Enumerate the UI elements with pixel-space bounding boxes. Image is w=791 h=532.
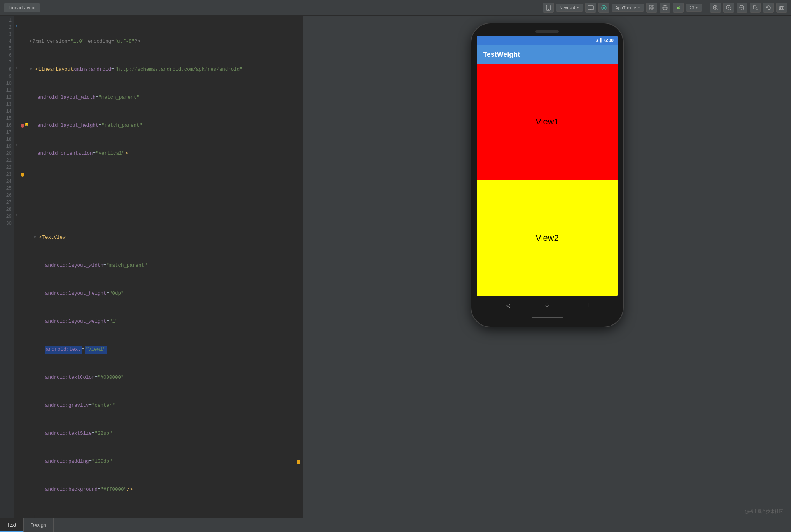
top-toolbar: LinearLayout Nexus 4 ▼ [0, 0, 791, 16]
api-selector[interactable]: 23 ▼ [686, 4, 702, 12]
code-line-12: android:text="View1" [30, 346, 300, 353]
fold-cell-17 [14, 128, 19, 135]
nav-back-btn[interactable]: ◁ [506, 301, 510, 310]
fold-column: ▾ ▾ ▾ [14, 16, 19, 518]
code-line-10: android:layout_height="0dp" [30, 290, 300, 297]
theme-selector[interactable]: AppTheme ▼ [612, 4, 644, 12]
bottom-tabs: Text Design [0, 518, 303, 532]
fold-cell-5 [14, 44, 19, 51]
tab-text[interactable]: Text [0, 518, 24, 532]
view2-label: View2 [536, 233, 559, 243]
svg-rect-6 [649, 5, 651, 7]
line-numbers: 12345 678910 1112131415 1617181920 21222… [0, 16, 14, 518]
zoom-out-icon-btn[interactable] [737, 3, 747, 13]
fold-cell-19[interactable]: ▾ [14, 142, 19, 149]
fold-cell-3 [14, 30, 19, 37]
app-title: TestWeight [483, 51, 520, 59]
fold-cell-30 [14, 219, 19, 226]
zoom-fit-icon-btn[interactable] [750, 3, 761, 13]
grid-icon-btn[interactable] [646, 3, 657, 13]
code-line-11: android:layout_weight="1" [30, 318, 300, 325]
svg-line-18 [717, 9, 718, 10]
view2-block: View2 [477, 180, 618, 296]
fold-cell-9 [14, 72, 19, 79]
preview-panel: ▲ ▌ 6:00 TestWeight View1 View2 [303, 16, 791, 532]
fold-cell-21 [14, 156, 19, 163]
svg-line-22 [730, 9, 731, 10]
theme-icon-btn[interactable] [598, 3, 609, 13]
home-indicator [532, 317, 563, 318]
device-selector[interactable]: Nexus 4 ▼ [556, 4, 583, 12]
device-icon-btn[interactable] [543, 3, 554, 13]
fold-cell-2[interactable]: ▾ [14, 23, 19, 30]
code-line-6 [30, 178, 300, 185]
view1-block: View1 [477, 64, 618, 180]
fold-cell-24 [14, 177, 19, 184]
fold-cell-22 [14, 163, 19, 170]
phone-screen: ▲ ▌ 6:00 TestWeight View1 View2 [477, 36, 618, 296]
refresh-icon-btn[interactable] [763, 3, 774, 13]
code-line-5: android:orientation="vertical"> [30, 150, 300, 157]
svg-line-14 [679, 6, 680, 7]
fold-cell-29[interactable]: ▾ [14, 212, 19, 219]
toolbar-right: Nexus 4 ▼ AppTheme ▼ [543, 3, 787, 13]
locale-icon-btn[interactable] [660, 3, 670, 13]
fold-cell-15 [14, 114, 19, 121]
fold-cell-1 [14, 16, 19, 23]
code-line-4: android:layout_height="match_parent" [30, 122, 300, 129]
code-line-18: | [30, 514, 300, 518]
fold-cell-8[interactable]: ▾ [14, 65, 19, 72]
svg-line-29 [756, 9, 758, 10]
svg-point-15 [677, 7, 678, 8]
fold-cell-14 [14, 107, 19, 114]
fold-cell-4 [14, 37, 19, 44]
zoom-in-icon-btn[interactable] [723, 3, 734, 13]
fold-cell-20 [14, 149, 19, 156]
phone-speaker [536, 30, 559, 33]
svg-point-5 [603, 7, 605, 9]
code-line-17: android:background="#ff0000" /> [30, 486, 300, 493]
fold-cell-11 [14, 86, 19, 93]
gutter-markers: 💡 [19, 16, 26, 518]
code-panel: 12345 678910 1112131415 1617181920 21222… [0, 16, 303, 532]
fold-cell-27 [14, 198, 19, 205]
fold-cell-16 [14, 121, 19, 128]
screen-icon-btn[interactable] [585, 3, 596, 13]
screenshot-icon-btn[interactable] [776, 3, 787, 13]
wifi-icon: ▲ [596, 38, 599, 43]
svg-rect-1 [548, 9, 549, 10]
fold-cell-28 [14, 205, 19, 212]
phone-frame: ▲ ▌ 6:00 TestWeight View1 View2 [471, 23, 623, 327]
tab-design[interactable]: Design [24, 518, 54, 532]
status-time: 6:00 [604, 38, 614, 43]
fold-cell-26 [14, 191, 19, 198]
code-line-15: android:textSize="22sp" [30, 430, 300, 437]
phone-status-bar: ▲ ▌ 6:00 [477, 36, 618, 45]
code-line-14: android:gravity="center" [30, 402, 300, 409]
svg-point-16 [679, 7, 679, 8]
code-line-13: android:textColor="#000000" [30, 374, 300, 381]
code-line-3: android:layout_width="match_parent" [30, 94, 300, 101]
fold-cell-25 [14, 184, 19, 191]
fold-cell-23 [14, 170, 19, 177]
code-area[interactable]: 12345 678910 1112131415 1617181920 21222… [0, 16, 303, 518]
svg-line-26 [743, 9, 744, 10]
fold-cell-13 [14, 100, 19, 107]
watermark: @稀土掘金技术社区 [745, 509, 783, 514]
phone-app-bar: TestWeight [477, 45, 618, 64]
code-line-7 [30, 206, 300, 213]
battery-icon: ▌ [600, 38, 603, 43]
android-icon-btn[interactable] [673, 3, 684, 13]
fold-cell-10 [14, 79, 19, 86]
phone-nav-bar: ◁ ○ □ [477, 296, 618, 315]
file-tab[interactable]: LinearLayout [4, 4, 40, 12]
svg-rect-7 [652, 5, 654, 7]
zoom-actual-icon-btn[interactable] [710, 3, 721, 13]
nav-recent-btn[interactable]: □ [584, 301, 588, 309]
main-content: 12345 678910 1112131415 1617181920 21222… [0, 16, 791, 532]
code-line-9: android:layout_width="match_parent" [30, 262, 300, 269]
fold-cell-12 [14, 93, 19, 100]
fold-cell-18 [14, 135, 19, 142]
nav-home-btn[interactable]: ○ [545, 301, 550, 309]
code-editor[interactable]: <?xml version="1.0" encoding="utf-8"?> ▾… [26, 16, 303, 518]
